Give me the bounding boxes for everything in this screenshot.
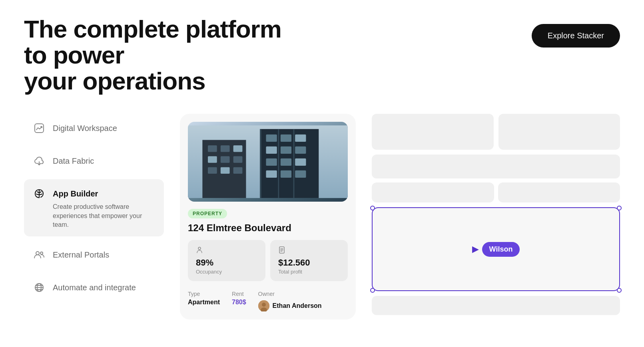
page-title: The complete platform to power your oper…	[24, 16, 284, 94]
avatar	[258, 300, 269, 311]
rent-label: Rent	[232, 291, 246, 297]
cloud-icon	[32, 154, 46, 168]
sidebar-item-automate-integrate[interactable]: Automate and integrate	[24, 273, 164, 302]
sidebar-item-label: App Builder	[53, 189, 98, 198]
svg-rect-13	[233, 145, 243, 152]
svg-rect-30	[266, 171, 277, 178]
svg-rect-12	[221, 145, 230, 152]
svg-rect-14	[208, 157, 217, 163]
handle-bottom-right	[617, 288, 622, 293]
svg-rect-21	[266, 135, 277, 142]
handle-bottom-left	[370, 288, 375, 293]
explore-stacker-button[interactable]: Explore Stacker	[532, 24, 620, 48]
svg-point-36	[198, 247, 201, 250]
sidebar-item-label: Data Fabric	[53, 157, 94, 166]
stats-row: 89% Occupancy $12.560 Total profit	[188, 240, 348, 281]
receipt-icon	[278, 246, 340, 255]
right-panel: ▶ Wilson	[372, 114, 620, 315]
profit-stat: $12.560 Total profit	[270, 240, 348, 281]
svg-rect-26	[295, 147, 306, 154]
svg-rect-19	[233, 167, 243, 174]
property-card: PROPERTY 124 Elmtree Boulevard 89% Occup…	[180, 114, 356, 319]
chart-up-icon	[32, 121, 46, 135]
header-row: The complete platform to power your oper…	[24, 16, 620, 94]
property-tag: PROPERTY	[188, 209, 227, 218]
type-detail: Type Apartment	[188, 291, 220, 306]
sidebar-item-description: Create productive software experiences t…	[32, 202, 156, 229]
sidebar-nav: Digital Workspace Data Fabric	[24, 114, 164, 302]
right-top-row	[372, 114, 620, 150]
svg-rect-27	[266, 159, 277, 166]
ui-block-top-left	[372, 114, 494, 150]
svg-rect-28	[281, 159, 291, 166]
property-title: 124 Elmtree Boulevard	[188, 222, 348, 234]
ui-block-bot-1	[372, 296, 620, 315]
leaf-icon	[32, 186, 46, 201]
sidebar-item-data-fabric[interactable]: Data Fabric	[24, 147, 164, 175]
svg-rect-35	[293, 129, 295, 198]
cursor-icon: ▶	[472, 244, 479, 254]
wilson-label: Wilson	[482, 242, 520, 257]
svg-rect-25	[281, 147, 291, 154]
ui-block-mid-2a	[372, 182, 494, 202]
property-image	[188, 122, 348, 202]
rent-value: 780$	[232, 299, 246, 306]
sidebar-item-label: Digital Workspace	[53, 124, 117, 133]
svg-rect-32	[295, 171, 306, 178]
svg-rect-23	[295, 135, 306, 142]
middle-blocks	[372, 155, 620, 202]
rent-detail: Rent 780$	[232, 291, 246, 306]
owner-detail: Owner Ethan Anderson	[258, 291, 322, 311]
occupancy-label: Occupancy	[196, 269, 257, 275]
svg-rect-18	[221, 167, 230, 174]
svg-point-42	[262, 303, 266, 307]
ui-block-top-right	[498, 114, 620, 150]
svg-rect-31	[281, 171, 291, 178]
svg-rect-33	[260, 129, 261, 198]
handle-top-right	[617, 206, 622, 210]
type-label: Type	[188, 291, 220, 297]
ui-block-mid-1	[372, 155, 620, 178]
svg-rect-29	[295, 159, 306, 166]
svg-rect-11	[208, 145, 217, 152]
sidebar-item-label: Automate and integrate	[53, 283, 136, 292]
sidebar-item-label: External Portals	[53, 250, 109, 260]
svg-rect-15	[221, 157, 230, 163]
type-value: Apartment	[188, 299, 220, 306]
profit-value: $12.560	[278, 258, 340, 268]
ui-block-mid-row	[372, 182, 620, 202]
sidebar-item-app-builder[interactable]: App Builder Create productive software e…	[24, 179, 164, 236]
sidebar-item-external-portals[interactable]: External Portals	[24, 240, 164, 269]
occupancy-stat: 89% Occupancy	[188, 240, 265, 281]
svg-rect-24	[266, 147, 277, 154]
content-row: Digital Workspace Data Fabric	[24, 114, 620, 319]
svg-point-2	[36, 252, 39, 255]
occupancy-value: 89%	[196, 258, 257, 268]
users-icon	[32, 248, 46, 262]
svg-rect-16	[233, 157, 243, 163]
details-row: Type Apartment Rent 780$ Owner	[188, 288, 348, 311]
wilson-cursor-group: ▶ Wilson	[472, 242, 520, 257]
handle-top-left	[370, 206, 375, 210]
svg-rect-34	[278, 129, 279, 198]
profit-label: Total profit	[278, 269, 340, 275]
person-icon	[196, 246, 257, 255]
svg-rect-17	[208, 167, 217, 174]
svg-point-3	[40, 252, 43, 254]
sidebar-item-digital-workspace[interactable]: Digital Workspace	[24, 114, 164, 143]
globe-icon	[32, 280, 46, 295]
bottom-blocks	[372, 296, 620, 315]
wilson-selection-box: ▶ Wilson	[372, 207, 620, 291]
owner-label: Owner	[258, 291, 322, 297]
owner-name: Ethan Anderson	[273, 302, 322, 309]
page-wrapper: The complete platform to power your oper…	[0, 0, 644, 347]
svg-rect-22	[281, 135, 291, 142]
ui-block-mid-2b	[498, 182, 620, 202]
